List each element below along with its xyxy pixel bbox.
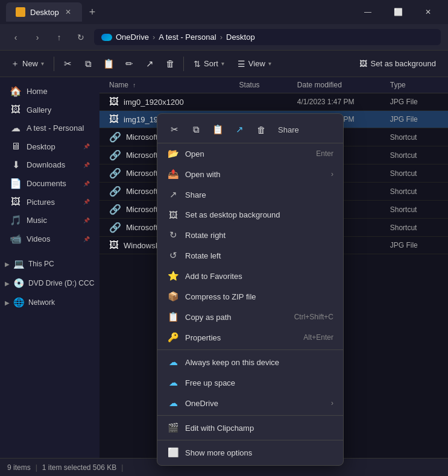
maximize-button[interactable]: ⬜	[384, 2, 412, 22]
music-icon: 🎵	[10, 215, 22, 226]
sidebar-item-pictures[interactable]: 🖼 Pictures	[2, 193, 97, 211]
ctx-properties-label: Properties	[185, 333, 221, 342]
toolbar-separator-1	[54, 57, 54, 71]
file-type: Shortcut	[390, 224, 448, 232]
column-date[interactable]: Date modified	[297, 81, 390, 89]
sidebar-item-downloads[interactable]: ⬇ Downloads	[2, 155, 97, 174]
ctx-separator-1	[157, 349, 343, 350]
file-icon: 🖼	[109, 96, 119, 107]
sidebar-item-documents[interactable]: 📄 Documents	[2, 174, 97, 193]
sidebar-item-gallery[interactable]: 🖼 Gallery	[2, 101, 97, 119]
ctx-rotate-right-label: Rotate right	[185, 231, 226, 240]
shortcut-icon: 🔗	[109, 222, 121, 233]
title-bar-tab[interactable]: Desktop ✕	[6, 2, 82, 22]
column-type[interactable]: Type	[390, 81, 448, 89]
path-separator-1: ›	[153, 33, 155, 42]
ctx-clipchamp-icon: 🎬	[167, 422, 179, 433]
paste-button[interactable]: 📋	[99, 54, 118, 74]
ctx-show-more-label: Show more options	[185, 448, 252, 457]
new-tab-button[interactable]: +	[89, 6, 96, 19]
sidebar-item-this-pc[interactable]: ▶ 💻 This PC	[0, 255, 99, 272]
desktop-sidebar-icon: 🖥	[10, 141, 22, 152]
sort-button[interactable]: ⇅ Sort ▾	[188, 55, 230, 72]
sidebar-music-label: Music	[27, 216, 47, 225]
sidebar-item-videos[interactable]: 📹 Videos	[2, 230, 97, 248]
onedrive-icon	[101, 34, 112, 41]
new-button[interactable]: ＋ New ▾	[5, 55, 50, 73]
copy-button[interactable]: ⧉	[78, 54, 98, 74]
up-button[interactable]: ↑	[51, 29, 68, 46]
ctx-onedrive-label: OneDrive	[185, 399, 218, 408]
shortcut-icon: 🔗	[109, 204, 121, 215]
onedrive-sidebar-icon: ☁	[10, 122, 22, 134]
ctx-share-label: Share	[185, 190, 206, 199]
close-window-button[interactable]: ✕	[414, 2, 442, 22]
ctx-properties-shortcut: Alt+Enter	[303, 333, 333, 342]
ctx-onedrive-arrow: ›	[331, 399, 333, 407]
sidebar-item-personal[interactable]: ☁ A test - Personal	[2, 119, 97, 137]
view-button[interactable]: ☰ View ▾	[232, 55, 277, 72]
sort-arrow: ↑	[133, 82, 136, 89]
ctx-copy-button[interactable]: ⧉	[186, 120, 206, 139]
ctx-favorites-label: Add to Favorites	[185, 272, 242, 281]
breadcrumb-personal: A test - Personal	[159, 33, 216, 42]
back-button[interactable]: ‹	[7, 29, 24, 46]
file-type: Shortcut	[390, 205, 448, 214]
ctx-onedrive-icon: ☁	[167, 398, 179, 409]
ctx-free-up-space-item[interactable]: ☁ Free up space	[157, 372, 343, 393]
sidebar-item-music[interactable]: 🎵 Music	[2, 211, 97, 230]
ctx-rotate-left-item[interactable]: ↺ Rotate left	[157, 245, 343, 266]
file-list-header: Name ↑ Status Date modified Type	[99, 77, 448, 93]
ctx-rotate-right-item[interactable]: ↻ Rotate right	[157, 225, 343, 245]
file-type: Shortcut	[390, 151, 448, 160]
ctx-open-with-item[interactable]: 📤 Open with ›	[157, 164, 343, 184]
ctx-share-button[interactable]: ↗	[230, 120, 249, 139]
ctx-open-shortcut: Enter	[316, 149, 333, 158]
ctx-onedrive-item[interactable]: ☁ OneDrive ›	[157, 393, 343, 413]
ctx-set-desktop-bg-item[interactable]: 🖼 Set as desktop background	[157, 205, 343, 225]
table-row[interactable]: 🖼 img0_1920x1200 4/1/2023 1:47 PM JPG Fi…	[99, 93, 448, 111]
ctx-copy-path-shortcut: Ctrl+Shift+C	[294, 313, 333, 321]
minimize-button[interactable]: —	[354, 2, 382, 22]
set-bg-label: Set as background	[371, 59, 436, 68]
ctx-open-item[interactable]: 📂 Open Enter	[157, 143, 343, 164]
ctx-copy-path-item[interactable]: 📋 Copy as path Ctrl+Shift+C	[157, 307, 343, 327]
ctx-edit-clipchamp-item[interactable]: 🎬 Edit with Clipchamp	[157, 418, 343, 438]
sidebar-pictures-label: Pictures	[27, 198, 55, 207]
set-as-background-button[interactable]: 🖼 Set as background	[352, 55, 443, 72]
sidebar-item-dvd[interactable]: ▶ 💿 DVD Drive (D:) CCC	[0, 275, 99, 292]
ctx-open-label: Open	[185, 149, 204, 158]
ctx-always-keep-item[interactable]: ☁ Always keep on this device	[157, 352, 343, 372]
sidebar-gallery-label: Gallery	[27, 105, 51, 114]
sidebar-item-network[interactable]: ▶ 🌐 Network	[0, 294, 99, 311]
ctx-share-item[interactable]: ↗ Share	[157, 184, 343, 205]
sidebar-item-desktop[interactable]: 🖥 Desktop	[2, 137, 97, 155]
file-type: Shortcut	[390, 187, 448, 196]
ctx-delete-button[interactable]: 🗑	[251, 120, 271, 139]
column-name[interactable]: Name ↑	[99, 81, 239, 89]
rename-button[interactable]: ✏	[119, 54, 139, 74]
ctx-compress-zip-item[interactable]: 📦 Compress to ZIP file	[157, 286, 343, 307]
ctx-paste-button[interactable]: 📋	[208, 120, 227, 139]
sidebar-downloads-label: Downloads	[27, 160, 65, 169]
view-label: View	[248, 59, 265, 68]
ctx-show-more-item[interactable]: ⬜ Show more options	[157, 442, 343, 463]
delete-button[interactable]: 🗑	[160, 54, 180, 74]
view-icon: ☰	[238, 59, 245, 69]
address-path[interactable]: OneDrive › A test - Personal › Desktop	[94, 29, 441, 45]
share-button[interactable]: ↗	[140, 54, 159, 74]
sort-dropdown-icon: ▾	[221, 60, 224, 67]
this-pc-icon: 💻	[13, 258, 25, 269]
forward-button[interactable]: ›	[29, 29, 46, 46]
sidebar-home-label: Home	[27, 87, 48, 96]
ctx-cut-button[interactable]: ✂	[165, 120, 184, 139]
ctx-open-icon: 📂	[167, 148, 179, 159]
refresh-button[interactable]: ↻	[72, 29, 89, 46]
cut-button[interactable]: ✂	[58, 54, 77, 74]
sidebar-item-home[interactable]: 🏠 Home	[2, 82, 97, 101]
ctx-properties-item[interactable]: 🔑 Properties Alt+Enter	[157, 327, 343, 348]
column-status[interactable]: Status	[239, 81, 297, 89]
close-tab-button[interactable]: ✕	[64, 8, 72, 16]
status-selected-info: 1 item selected 506 KB	[42, 463, 116, 472]
ctx-add-favorites-item[interactable]: ⭐ Add to Favorites	[157, 266, 343, 286]
